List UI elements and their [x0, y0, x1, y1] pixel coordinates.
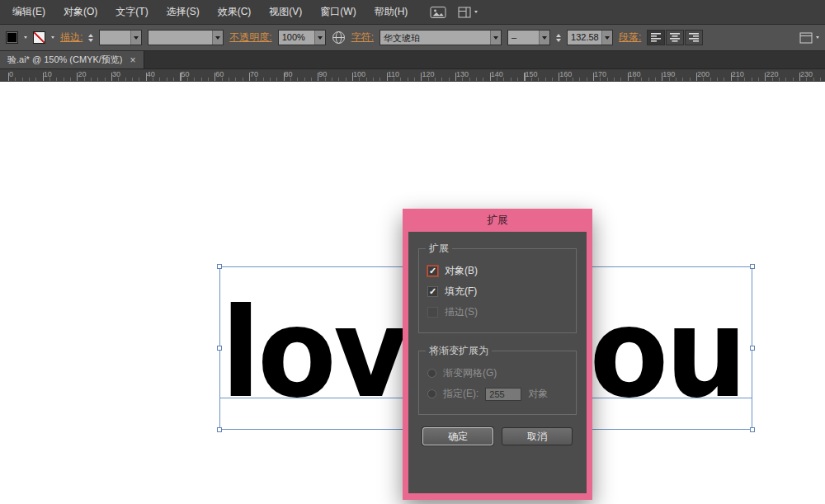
fill-checkbox[interactable]: ✓ [427, 286, 438, 297]
menu-object[interactable]: 对象(O) [54, 0, 106, 24]
font-family-combo[interactable]: 华文琥珀 [380, 30, 502, 45]
object-checkbox[interactable]: ✓ [427, 266, 438, 276]
ruler-number: 20 [78, 70, 86, 78]
selection-handle[interactable] [750, 264, 755, 269]
font-style-combo[interactable]: – [507, 30, 550, 45]
objects-suffix-label: 对象 [528, 387, 548, 401]
ruler-number: 40 [147, 70, 155, 78]
panel-menu-icon[interactable] [799, 32, 819, 44]
character-label[interactable]: 字符: [351, 31, 374, 45]
font-family-value: 华文琥珀 [380, 31, 490, 45]
object-checkbox-label: 对象(B) [445, 264, 478, 278]
selection-handle[interactable] [217, 264, 222, 269]
ruler-number: 70 [250, 70, 258, 78]
ruler-number: 180 [629, 70, 641, 78]
ok-button[interactable]: 确定 [422, 427, 493, 445]
gradient-mesh-radio[interactable] [427, 369, 436, 378]
selection-handle[interactable] [750, 346, 755, 351]
control-bar: 描边: 不透明度: 100% 字符: 华文琥珀 – 132.58 [0, 25, 825, 51]
ruler-number: 10 [44, 70, 52, 78]
document-tab-title: 验.ai* @ 150% (CMYK/预览) [7, 54, 123, 66]
ruler-number: 230 [800, 70, 813, 78]
specify-objects-radio[interactable] [427, 389, 436, 398]
ruler-number: 90 [318, 70, 327, 78]
ruler-number: 60 [215, 70, 224, 78]
ruler-number: 100 [353, 70, 365, 78]
stroke-weight-stepper[interactable] [88, 34, 93, 42]
ruler-number: 120 [422, 70, 434, 78]
chevron-down-icon [474, 11, 478, 13]
fill-swatch-caret-icon[interactable] [24, 36, 27, 39]
ruler-number: 150 [526, 70, 538, 78]
expand-option-fill[interactable]: ✓ 填充(F) [427, 285, 568, 299]
fill-checkbox-label: 填充(F) [445, 285, 477, 299]
document-tab[interactable]: 验.ai* @ 150% (CMYK/预览) × [0, 51, 144, 68]
ruler-number: 200 [697, 70, 710, 78]
menu-effect[interactable]: 效果(C) [209, 0, 261, 24]
menu-select[interactable]: 选择(S) [158, 0, 209, 24]
arrange-documents-icon[interactable] [430, 6, 446, 19]
align-center-button[interactable] [666, 30, 684, 45]
dialog-title: 扩展 [403, 209, 592, 232]
workspace-switcher-icon[interactable] [458, 7, 478, 18]
dropdown-arrow-icon[interactable] [314, 31, 325, 45]
dialog-body: 扩展 ✓ 对象(B) ✓ 填充(F) 描边(S) 将渐变扩展为 [408, 232, 587, 493]
selection-handle[interactable] [750, 427, 755, 432]
ruler-number: 170 [594, 70, 606, 78]
menu-edit[interactable]: 编辑(E) [3, 0, 54, 24]
dropdown-arrow-icon[interactable] [601, 31, 612, 45]
gradient-mesh-label: 渐变网格(G) [443, 366, 497, 380]
ruler-number: 0 [9, 70, 13, 78]
menu-view[interactable]: 视图(V) [260, 0, 311, 24]
align-right-button[interactable] [685, 30, 703, 45]
width-profile-combo[interactable] [148, 30, 224, 45]
dropdown-arrow-icon[interactable] [490, 31, 501, 45]
ruler-number: 190 [662, 70, 675, 78]
document-setup-globe-icon[interactable] [332, 31, 346, 45]
horizontal-ruler: 0102030405060708090100110120130140150160… [0, 69, 825, 82]
dropdown-arrow-icon[interactable] [212, 31, 223, 45]
stroke-weight-value [100, 31, 130, 45]
paragraph-label[interactable]: 段落: [619, 31, 641, 45]
expand-option-stroke[interactable]: 描边(S) [427, 305, 568, 319]
stroke-checkbox[interactable] [427, 307, 438, 318]
menu-type[interactable]: 文字(T) [106, 0, 157, 24]
ruler-number: 130 [456, 70, 469, 78]
menu-window[interactable]: 窗口(W) [311, 0, 365, 24]
document-tab-bar: 验.ai* @ 150% (CMYK/预览) × [0, 51, 825, 69]
font-size-stepper[interactable] [556, 34, 561, 42]
opacity-combo[interactable]: 100% [278, 30, 326, 45]
expand-option-object[interactable]: ✓ 对象(B) [427, 264, 568, 278]
menu-bar: 编辑(E) 对象(O) 文字(T) 选择(S) 效果(C) 视图(V) 窗口(W… [0, 0, 825, 25]
selection-handle[interactable] [217, 427, 222, 432]
specify-objects-input[interactable] [485, 388, 521, 401]
dropdown-arrow-icon[interactable] [130, 31, 141, 45]
dropdown-arrow-icon[interactable] [539, 31, 549, 45]
expand-group-legend: 扩展 [426, 242, 452, 256]
menu-bar-icons [430, 6, 478, 19]
canvas[interactable]: love you 扩展 扩展 ✓ 对象(B) [0, 82, 825, 504]
specify-label: 指定(E): [443, 387, 478, 401]
ruler-number: 160 [559, 70, 572, 78]
font-size-value: 132.58 [568, 31, 601, 45]
menu-help[interactable]: 帮助(H) [365, 0, 417, 24]
stroke-swatch-caret-icon[interactable] [51, 36, 54, 39]
gradient-mesh-option[interactable]: 渐变网格(G) [427, 366, 568, 380]
font-style-value: – [508, 31, 539, 45]
ruler-number: 80 [285, 70, 293, 78]
specify-objects-option[interactable]: 指定(E): 对象 [427, 387, 568, 401]
font-size-combo[interactable]: 132.58 [567, 30, 613, 45]
opacity-value: 100% [279, 31, 314, 45]
stroke-checkbox-label: 描边(S) [445, 305, 478, 319]
fill-color-swatch[interactable] [6, 31, 18, 44]
stroke-label[interactable]: 描边: [60, 31, 82, 45]
width-profile-value [148, 31, 212, 45]
chevron-down-icon [816, 36, 819, 39]
close-tab-icon[interactable]: × [130, 55, 136, 65]
opacity-label[interactable]: 不透明度: [229, 31, 271, 45]
gradient-group-legend: 将渐变扩展为 [426, 344, 492, 358]
stroke-color-swatch[interactable] [33, 31, 45, 44]
align-left-button[interactable] [647, 30, 665, 45]
stroke-weight-combo[interactable] [99, 30, 142, 45]
cancel-button[interactable]: 取消 [502, 427, 573, 445]
